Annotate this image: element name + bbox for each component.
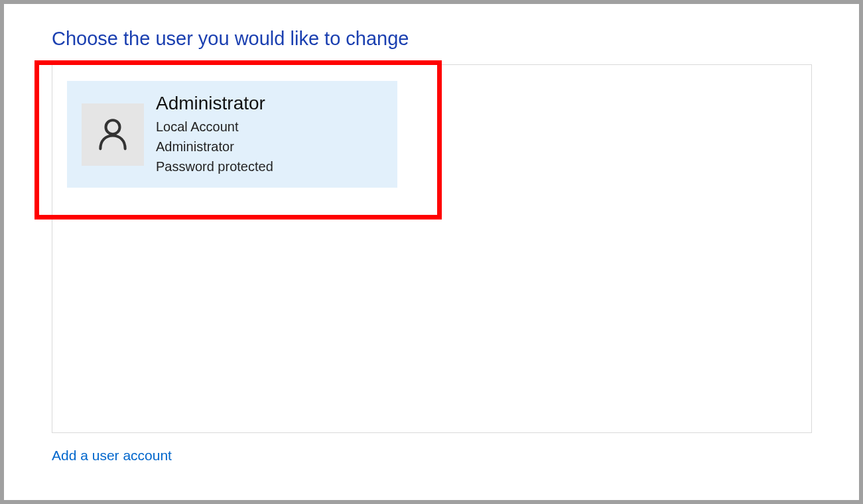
page-title: Choose the user you would like to change <box>52 28 811 50</box>
manage-accounts-window: Choose the user you would like to change… <box>4 4 859 500</box>
user-password-status: Password protected <box>156 157 273 176</box>
user-role: Administrator <box>156 137 273 157</box>
svg-point-0 <box>106 120 120 134</box>
user-avatar <box>82 103 144 166</box>
user-name: Administrator <box>156 92 273 115</box>
add-user-account-link[interactable]: Add a user account <box>52 448 172 464</box>
accounts-panel: Administrator Local Account Administrato… <box>52 64 812 433</box>
user-icon <box>94 115 131 155</box>
user-account-type: Local Account <box>156 117 273 137</box>
user-tile-administrator[interactable]: Administrator Local Account Administrato… <box>67 81 397 188</box>
user-info: Administrator Local Account Administrato… <box>156 92 273 177</box>
